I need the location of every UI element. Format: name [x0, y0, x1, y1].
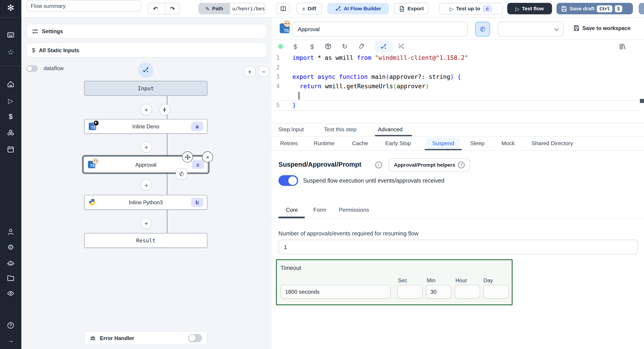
- favorites-icon[interactable]: ☆: [0, 48, 21, 56]
- save-icon: [573, 25, 580, 31]
- approval-phone-button[interactable]: ✆: [475, 22, 490, 36]
- help-icon[interactable]: [0, 322, 21, 329]
- folders-icon[interactable]: [0, 274, 21, 282]
- apps-icon[interactable]: [0, 31, 21, 38]
- ai-assistant-active-button[interactable]: [374, 40, 393, 52]
- tab-step-input[interactable]: Step Input: [278, 126, 304, 132]
- tab-shared-directory[interactable]: Shared Directory: [532, 140, 573, 146]
- tab-mock[interactable]: Mock: [502, 140, 514, 146]
- test-up-to-button[interactable]: ▷ Test up to c: [439, 3, 503, 14]
- save-icon: [561, 5, 567, 12]
- code-editor[interactable]: 1 2 3 4 5 import * as wmill from "windmi…: [272, 53, 644, 123]
- diff-button[interactable]: ± Diff: [296, 3, 322, 14]
- tab-retries[interactable]: Retries: [280, 140, 298, 146]
- schedules-icon[interactable]: [0, 146, 21, 153]
- add-step-button[interactable]: +: [140, 141, 152, 153]
- windmill-logo-icon[interactable]: ✻: [0, 3, 21, 12]
- home-icon[interactable]: [0, 80, 21, 88]
- approvals-required-input[interactable]: [278, 240, 638, 255]
- flow-node-inline-deno[interactable]: TS Inline Deno a: [84, 119, 207, 134]
- redo-button[interactable]: ↷: [165, 3, 180, 14]
- delete-node-button[interactable]: ×: [202, 151, 213, 162]
- flow-node-input[interactable]: Input: [84, 81, 207, 96]
- all-static-inputs-row[interactable]: $ All Static Inputs: [26, 42, 267, 57]
- timeout-hour-input[interactable]: [455, 285, 480, 299]
- add-step-button[interactable]: +: [140, 218, 152, 229]
- runs-icon[interactable]: ▷: [0, 97, 21, 105]
- error-handler-row[interactable]: Error Handler: [84, 331, 207, 345]
- tab-sleep[interactable]: Sleep: [470, 140, 484, 146]
- timeout-seconds-input[interactable]: [280, 285, 390, 299]
- format-brush-icon[interactable]: [357, 42, 365, 51]
- timeout-sec-input[interactable]: [397, 285, 423, 299]
- trigger-bolt-button[interactable]: [159, 104, 170, 115]
- dataflow-label: dataflow: [44, 65, 64, 71]
- settings-icon[interactable]: ⚙: [0, 243, 21, 252]
- add-step-button[interactable]: +: [140, 104, 152, 115]
- docs-button[interactable]: [276, 3, 290, 14]
- add-step-button[interactable]: +: [140, 179, 152, 191]
- step-tabs: Step Input Test this step Advanced: [272, 123, 644, 136]
- resource-picker-icon[interactable]: $: [308, 42, 316, 51]
- node-label: Input: [84, 85, 207, 91]
- ai-gen-disabled-icon[interactable]: [397, 42, 406, 51]
- tab-permissions[interactable]: Permissions: [339, 207, 369, 213]
- flow-summary-input[interactable]: [26, 0, 141, 11]
- suspend-phone-indicator[interactable]: ✆: [176, 168, 187, 179]
- hour-label: Hour: [456, 277, 467, 283]
- tab-test-this-step[interactable]: Test this step: [324, 126, 356, 132]
- node-id-badge: c: [192, 160, 204, 169]
- move-node-button[interactable]: [182, 151, 193, 162]
- tab-advanced[interactable]: Advanced: [378, 126, 402, 132]
- variable-picker-icon[interactable]: $: [291, 42, 300, 51]
- flow-graph-panel: Settings $ All Static Inputs dataflow + …: [21, 17, 272, 349]
- ai-step-wand-button[interactable]: [138, 62, 154, 78]
- lang-status-dot: [276, 42, 285, 51]
- flow-node-result[interactable]: Result: [84, 233, 207, 248]
- tab-runtime[interactable]: Runtime: [314, 140, 334, 146]
- reset-icon[interactable]: ↻: [340, 42, 349, 51]
- flow-settings-row[interactable]: Settings: [26, 24, 267, 38]
- line-number: 2: [272, 63, 280, 72]
- min-label: Min: [427, 277, 435, 283]
- tab-form[interactable]: Form: [314, 207, 326, 213]
- ai-flow-builder-button[interactable]: AI Flow Builder: [328, 3, 389, 14]
- resources-icon[interactable]: [0, 129, 21, 137]
- suspend-toggle-on[interactable]: [278, 175, 298, 186]
- timeout-day-input[interactable]: [484, 285, 509, 299]
- undo-button[interactable]: ↶: [148, 3, 162, 14]
- undo-redo-group: ↶ ↷: [148, 3, 180, 14]
- code-line-4: return wmill.getResumeUrls(approver): [300, 81, 429, 91]
- audit-logs-icon[interactable]: [0, 290, 21, 297]
- tag-select[interactable]: [498, 22, 564, 36]
- path-button[interactable]: ✎Path u/henri/bes: [198, 3, 266, 14]
- deploy-button-partial[interactable]: [638, 3, 644, 14]
- test-flow-label: Test flow: [522, 6, 544, 12]
- approvals-required-label: Number of approvals/events required for …: [278, 230, 418, 237]
- timeout-min-input[interactable]: [426, 285, 452, 299]
- library-icon[interactable]: [618, 42, 626, 51]
- save-to-workspace-button[interactable]: Save to workspace: [573, 25, 630, 31]
- zoom-in-button[interactable]: +: [244, 66, 255, 77]
- expand-sidebar-icon[interactable]: →: [0, 337, 21, 345]
- day-label: Day: [484, 277, 493, 283]
- tab-cache[interactable]: Cache: [352, 140, 368, 146]
- workers-icon[interactable]: [0, 259, 21, 267]
- zoom-out-button[interactable]: −: [258, 66, 269, 77]
- tab-core[interactable]: Core: [286, 207, 298, 213]
- tab-early-stop[interactable]: Early Stop: [385, 140, 411, 146]
- package-icon[interactable]: [324, 42, 332, 51]
- info-icon[interactable]: i: [375, 162, 382, 168]
- users-icon[interactable]: [0, 228, 21, 235]
- editor-scrollbar[interactable]: [640, 99, 644, 103]
- variables-icon[interactable]: $: [0, 113, 21, 121]
- tab-suspend-active[interactable]: Suspend: [426, 138, 460, 148]
- step-name-input[interactable]: [292, 22, 468, 36]
- save-draft-button[interactable]: Save draft Ctrl S: [556, 3, 633, 14]
- approval-prompt-helpers-button[interactable]: Approval/Prompt helpers ?: [388, 158, 470, 172]
- export-button[interactable]: Export: [394, 3, 429, 14]
- dataflow-toggle[interactable]: [26, 65, 38, 72]
- test-flow-button[interactable]: ▷ Test flow: [507, 3, 552, 14]
- error-handler-toggle[interactable]: [188, 334, 202, 342]
- flow-node-inline-python3[interactable]: Inline Python3 b: [84, 195, 207, 210]
